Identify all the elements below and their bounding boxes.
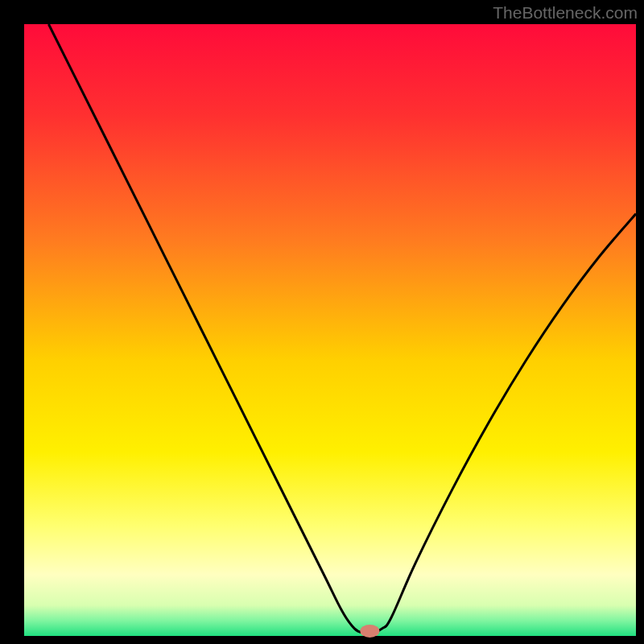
plot-background <box>24 24 636 636</box>
chart-container <box>0 0 644 644</box>
chart-svg <box>0 0 644 644</box>
optimal-marker <box>360 625 379 638</box>
watermark: TheBottleneck.com <box>493 3 638 23</box>
